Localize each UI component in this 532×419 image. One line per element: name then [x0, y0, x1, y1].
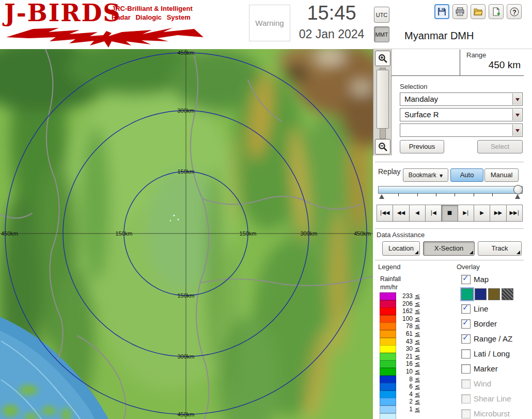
radar-map-viewport[interactable]: 450km 300km 150km 150km 300km 450km 450k…	[0, 49, 373, 419]
print-button[interactable]	[452, 4, 467, 19]
svg-text:150km: 150km	[177, 292, 194, 299]
open-file-button[interactable]	[471, 4, 486, 19]
legend-row: 6≤	[380, 383, 426, 391]
shear-line-checkbox	[461, 394, 471, 404]
open-folder-icon	[474, 7, 482, 16]
option-dropdown-arrow-button[interactable]	[512, 125, 522, 136]
timeline-thumb[interactable]	[513, 185, 523, 194]
separator	[392, 49, 392, 156]
option-dropdown[interactable]	[400, 123, 523, 137]
map-style-swatch-olive[interactable]	[488, 288, 500, 300]
overlay-item-label: Marker	[474, 364, 498, 373]
location-button-label: Location	[388, 244, 414, 252]
help-icon: ?	[510, 7, 519, 17]
zoom-out-button[interactable]	[375, 139, 390, 154]
lati-long-checkbox[interactable]	[461, 349, 471, 359]
map-style-swatch-gray[interactable]	[502, 288, 513, 300]
select-button[interactable]: Select	[477, 140, 523, 153]
previous-button[interactable]: Previous	[400, 140, 444, 153]
legend-swatch	[380, 376, 396, 383]
border-checkbox[interactable]: ✓	[461, 319, 471, 329]
legend-swatch	[380, 300, 396, 308]
line-checkbox[interactable]: ✓	[461, 304, 471, 314]
legend-swatch	[380, 360, 396, 368]
clock-date: 02 Jan 2024	[285, 27, 378, 41]
app-logo-subtitle-2: Radar Dialogic System	[112, 13, 191, 22]
utc-button[interactable]: UTC	[374, 7, 389, 23]
manual-mode-button[interactable]: Manual	[484, 168, 519, 182]
product-dropdown-arrow-button[interactable]	[512, 109, 522, 120]
station-dropdown-arrow-button[interactable]	[512, 94, 522, 105]
fast-rewind-button[interactable]: ◀◀	[393, 205, 409, 222]
skip-to-end-button[interactable]: ▶▶|	[506, 205, 523, 222]
zoom-in-button[interactable]	[375, 51, 390, 66]
zoom-slider-thumb[interactable]	[377, 70, 389, 129]
warning-label: Warning	[255, 19, 284, 27]
legend-unit-line2: mm/hr	[380, 284, 398, 291]
svg-text:450km: 450km	[177, 50, 194, 56]
stop-button[interactable]: ■	[441, 205, 458, 222]
legend-row: 233≤	[380, 292, 426, 300]
svg-text:300km: 300km	[300, 230, 317, 237]
product-dropdown[interactable]: Surface R	[400, 108, 523, 121]
chevron-down-icon	[515, 98, 520, 103]
corner-expand-icon	[415, 251, 418, 254]
svg-text:300km: 300km	[177, 107, 194, 114]
map-style-swatch-green[interactable]	[461, 288, 473, 300]
product-dropdown-value: Surface R	[404, 108, 439, 121]
mmt-button[interactable]: MMT	[374, 26, 389, 42]
skip-to-start-button[interactable]: |◀◀	[377, 205, 393, 222]
legend-swatch	[380, 383, 396, 391]
overlay-item-label: Shear Line	[474, 394, 511, 403]
svg-text:450km: 450km	[177, 411, 194, 417]
legend-row: 43≤	[380, 338, 426, 346]
step-forward-button[interactable]: ▶|	[458, 205, 474, 222]
zoom-in-icon	[378, 54, 388, 64]
help-button[interactable]: ?	[507, 4, 522, 19]
timeline-tick	[455, 193, 455, 196]
chevron-down-icon: ▼	[440, 174, 443, 178]
legend-swatch	[380, 368, 396, 376]
chevron-down-icon	[515, 114, 520, 119]
selection-label: Selection	[400, 83, 427, 90]
step-back-button[interactable]: |◀	[425, 205, 442, 222]
legend-swatch	[380, 292, 396, 300]
legend-swatch	[380, 322, 396, 330]
auto-mode-button[interactable]: Auto	[450, 168, 483, 182]
overlay-item-label: Microburst	[474, 409, 510, 418]
zoom-control-strip	[373, 49, 392, 156]
legend-row: 100≤	[380, 315, 426, 323]
separator	[392, 75, 524, 76]
play-button[interactable]: ▶	[474, 205, 490, 222]
check-icon: ✓	[462, 318, 469, 327]
overlay-item-label: Lati / Long	[474, 349, 510, 358]
location-button[interactable]: Location	[382, 241, 420, 256]
radar-map-canvas[interactable]: 450km 300km 150km 150km 300km 450km 450k…	[0, 49, 373, 419]
jbirds-app-window: J-BIRDS JRC-Brilliant & Intelligent Rada…	[0, 0, 532, 419]
legend-row: 162≤	[380, 307, 426, 315]
play-reverse-button[interactable]: ◀	[409, 205, 426, 222]
legend-swatch	[380, 353, 396, 361]
svg-text:150km: 150km	[239, 230, 256, 237]
legend-swatch	[380, 345, 396, 353]
clock-time: 15:45	[285, 2, 378, 24]
export-button[interactable]	[489, 4, 504, 19]
station-dropdown[interactable]: Mandalay	[400, 92, 523, 106]
corner-expand-icon	[517, 251, 520, 254]
legend-row: 8≤	[380, 376, 426, 383]
check-icon: ✓	[462, 333, 469, 342]
data-assistance-label: Data Assistance	[377, 231, 425, 239]
marker-checkbox[interactable]	[461, 364, 471, 374]
range-az-checkbox[interactable]: ✓	[461, 334, 471, 344]
fast-forward-button[interactable]: ▶▶	[490, 205, 506, 222]
save-button[interactable]	[434, 4, 449, 19]
map-checkbox[interactable]: ✓	[461, 275, 471, 284]
track-button[interactable]: Track	[478, 241, 522, 256]
chevron-down-icon	[515, 129, 520, 134]
xsection-button[interactable]: X-Section	[423, 241, 475, 256]
map-style-swatch-navy[interactable]	[475, 288, 487, 300]
bookmark-button[interactable]: Bookmark ▼	[403, 168, 448, 182]
replay-timeline[interactable]	[378, 185, 523, 203]
timeline-track[interactable]	[378, 186, 523, 194]
app-logo-subtitle-1: JRC-Brilliant & Intelligent	[112, 5, 193, 13]
